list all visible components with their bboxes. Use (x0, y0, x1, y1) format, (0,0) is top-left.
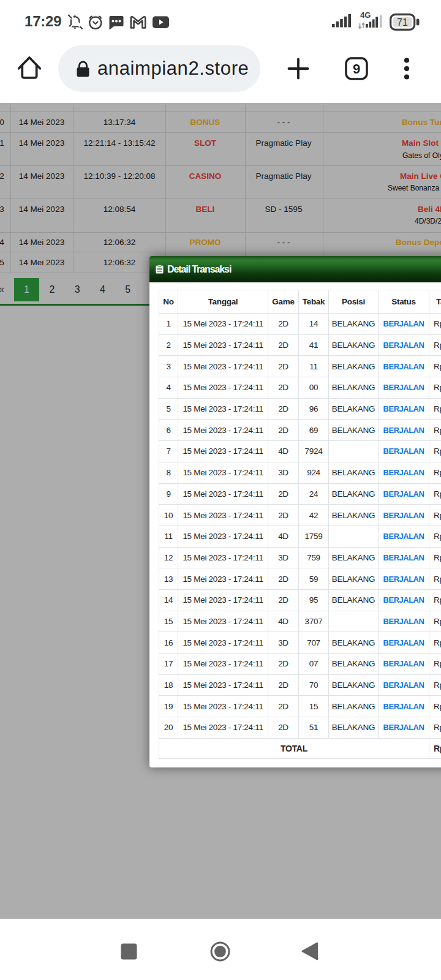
svg-text:9: 9 (353, 61, 360, 77)
svg-text:71: 71 (397, 17, 408, 28)
svg-text:4G: 4G (360, 10, 371, 20)
